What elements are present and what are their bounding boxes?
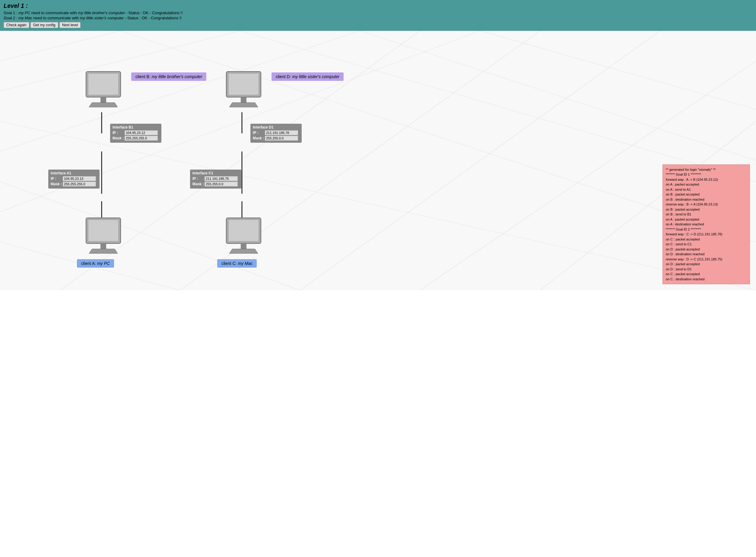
log-content: ** generated for login "vismaily" ******… <box>666 167 747 282</box>
goal2-middle: need to communicate with <box>32 16 80 20</box>
c1-mask-row: Mask : <box>192 182 239 186</box>
log-line: forward way : C -> D (211.191.185.78) <box>666 232 747 237</box>
log-line: on D : packet accepted <box>666 262 747 267</box>
c1-title: Interface C1 <box>192 171 239 175</box>
computer-d <box>220 68 267 115</box>
b1-ip-row: IP : <box>113 130 159 135</box>
header-buttons: Check again Get my config Next level <box>4 22 752 28</box>
goal1-middle: need to communicate with <box>30 10 78 15</box>
client-a-label: client A: my PC <box>77 259 114 268</box>
svg-marker-33 <box>229 102 258 107</box>
svg-line-1 <box>0 31 360 151</box>
svg-rect-28 <box>100 243 106 249</box>
log-line: ** generated for login "vismaily" ** <box>666 167 747 172</box>
header: Level 1 : Goal 1 : my PC need to communi… <box>0 0 756 31</box>
b1-mask-input[interactable] <box>125 136 158 141</box>
a1-ip-row: IP : <box>51 176 97 181</box>
a1-ip-input[interactable] <box>63 176 96 181</box>
goal2-line: Goal 2 : my Mac need to communicate with… <box>4 16 752 20</box>
goal1-suffix: - Status : OK - Congratulations !! <box>125 10 183 15</box>
check-again-button[interactable]: Check again <box>4 22 29 28</box>
a1-mask-row: Mask : <box>51 182 97 186</box>
d1-mask-row: Mask : <box>253 136 299 141</box>
goal2-prefix: Goal 2 : <box>4 16 19 20</box>
b1-mask-row: Mask : <box>113 136 159 141</box>
level-title: Level 1 : <box>4 2 752 9</box>
log-box: ** generated for login "vismaily" ******… <box>663 165 750 285</box>
svg-line-15 <box>480 31 756 109</box>
svg-rect-36 <box>241 243 246 249</box>
line-d1-c1 <box>241 151 243 194</box>
log-line: ******* Goal ID 2 ******** <box>666 227 747 232</box>
log-line: on A : packet accepted <box>666 182 747 187</box>
interface-c1-box: Interface C1 IP : Mask : <box>190 170 241 188</box>
client-c-label: client C: my Mac <box>217 259 257 268</box>
svg-rect-35 <box>229 220 259 241</box>
svg-rect-31 <box>229 74 259 95</box>
svg-rect-23 <box>88 74 118 95</box>
svg-rect-24 <box>100 97 106 102</box>
d1-mask-input[interactable] <box>265 136 298 141</box>
computer-c <box>220 215 267 262</box>
line-d-d1 <box>241 112 243 134</box>
log-line: reverse way : D -> C (211.191.185.75) <box>666 257 747 262</box>
goal1-prefix: Goal 1 : <box>4 10 19 15</box>
log-line: on A : send to A1 <box>666 187 747 192</box>
computer-a <box>80 215 127 262</box>
log-line: on C : packet accepted <box>666 271 747 277</box>
svg-line-4 <box>300 31 660 290</box>
computer-b <box>80 68 127 115</box>
goal2-italic-target: my little sister's computer <box>80 16 124 20</box>
d1-title: Interface D1 <box>253 125 299 129</box>
d1-ip-row: IP : <box>253 130 299 135</box>
goal1-italic-part: my PC <box>19 10 30 15</box>
d1-ip-input[interactable] <box>265 130 298 135</box>
interface-a1-box: Interface A1 IP : Mask : <box>48 170 99 188</box>
c1-ip-row: IP : <box>192 176 239 181</box>
svg-line-14 <box>360 31 756 160</box>
log-line: on C : packet accepted <box>666 237 747 242</box>
goal2-suffix: - Status : OK - Congratulations !! <box>124 16 181 20</box>
log-line: on B : destination reached <box>666 197 747 202</box>
log-line: reverse way : B -> A (104.95.23.13) <box>666 202 747 207</box>
log-line: on A : packet accepted <box>666 217 747 222</box>
log-line: on B : send to B1 <box>666 212 747 217</box>
goal1-line: Goal 1 : my PC need to communicate with … <box>4 10 752 15</box>
c1-ip-input[interactable] <box>205 176 238 181</box>
c1-mask-input[interactable] <box>205 182 238 186</box>
svg-line-11 <box>240 31 756 182</box>
log-line: on D : send to D1 <box>666 267 747 272</box>
log-line: on C : send to C1 <box>666 242 747 247</box>
log-line: ******* Goal ID 1 ******** <box>666 172 747 177</box>
goal1-italic-target: my little brother's computer <box>78 10 125 15</box>
svg-marker-25 <box>89 102 118 107</box>
log-line: on B : packet accepted <box>666 192 747 197</box>
line-b1-a1 <box>101 151 102 194</box>
client-d-label: client D: my little sister's computer <box>272 72 343 81</box>
log-line: forward way : A -> B (104.95.23.12) <box>666 177 747 182</box>
next-level-button[interactable]: Next level <box>59 22 81 28</box>
b1-ip-input[interactable] <box>125 130 158 135</box>
log-line: on D : destination reached <box>666 252 747 257</box>
a1-mask-input[interactable] <box>63 182 96 186</box>
line-b-b1 <box>101 112 102 134</box>
svg-rect-32 <box>241 97 246 102</box>
svg-line-8 <box>0 31 120 61</box>
network-canvas: client B: my little brother's computer I… <box>0 31 756 290</box>
log-line: on B : packet accepted <box>666 207 747 212</box>
log-line: on A : destination reached <box>666 222 747 227</box>
interface-b1-box: Interface B1 IP : Mask : <box>110 124 161 143</box>
log-line: on C : destination reached <box>666 277 747 282</box>
goal2-italic-part: my Mac <box>19 16 32 20</box>
log-line: on D : packet accepted <box>666 247 747 252</box>
svg-rect-27 <box>88 220 118 241</box>
client-b-label: client B: my little brother's computer <box>131 72 206 81</box>
get-config-button[interactable]: Get my config <box>30 22 58 28</box>
b1-title: Interface B1 <box>113 125 159 129</box>
a1-title: Interface A1 <box>51 171 97 175</box>
svg-marker-37 <box>229 249 258 254</box>
interface-d1-box: Interface D1 IP : Mask : <box>250 124 302 143</box>
svg-line-10 <box>120 31 756 242</box>
svg-marker-29 <box>89 249 118 254</box>
